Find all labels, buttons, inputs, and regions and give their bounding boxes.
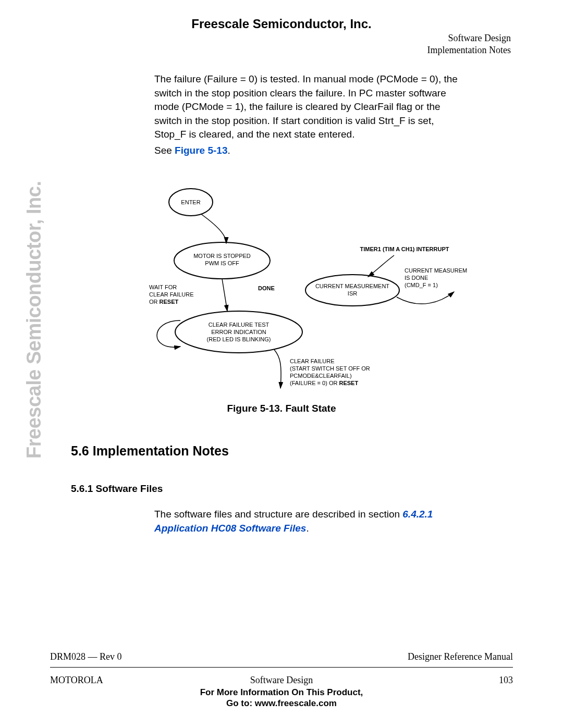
footer-manual: Designer Reference Manual: [408, 651, 513, 662]
diagram-cf-line3: PCMODE&CLEARFAIL): [290, 373, 352, 379]
footer-line2: Software Design MOTOROLA 103: [50, 675, 513, 686]
footer-more-line1: For More Information On This Product,: [0, 687, 563, 698]
diagram-cm-line1: CURRENT MEASUREMENT: [405, 267, 467, 274]
diagram-cm-line3: (CMD_F = 1): [405, 282, 438, 288]
diagram-done: DONE: [258, 285, 275, 291]
diagram-cm-line2: IS DONE: [405, 275, 428, 281]
footer-center: Software Design: [50, 675, 513, 686]
diagram-state1-line1: MOTOR IS STOPPED: [193, 253, 251, 259]
subheading-5-6-1: 5.6.1 Software Files: [71, 483, 163, 495]
body-paragraph-2: The software files and structure are des…: [154, 508, 472, 535]
page-header-company: Freescale Semiconductor, Inc.: [0, 17, 563, 31]
header-line2: Implementation Notes: [427, 44, 511, 56]
see-figure-text: See: [154, 145, 175, 156]
diagram-cf-line4: (FAILURE = 0) OR RESET: [290, 380, 358, 386]
diagram-wait-line3: OR RESET: [149, 299, 179, 305]
diagram-isr-line2: ISR: [348, 290, 357, 297]
diagram-isr-line1: CURRENT MEASUREMENT: [315, 283, 389, 289]
diagram-cf-line2: (START SWITCH SET OFF OR: [290, 365, 370, 372]
footer-rule: [50, 667, 513, 668]
figure-caption: Figure 5-13. Fault State: [0, 403, 563, 414]
diagram-enter: ENTER: [181, 199, 200, 205]
diagram-wait-line1: WAIT FOR: [149, 284, 177, 290]
footer-more: For More Information On This Product, Go…: [0, 687, 563, 709]
footer-more-line2: Go to: www.freescale.com: [0, 698, 563, 709]
fault-state-diagram: ENTER MOTOR IS STOPPED PWM IS OFF WAIT F…: [144, 180, 467, 404]
diagram-timer: TIMER1 (TIM A CH1) INTERRUPT: [360, 246, 449, 252]
para2-pre: The software files and structure are des…: [154, 509, 402, 520]
watermark: Freescale Semiconductor, Inc.: [23, 181, 45, 459]
footer-rev-row: DRM028 — Rev 0 Designer Reference Manual: [50, 651, 513, 662]
header-line1: Software Design: [427, 32, 511, 44]
footer-rev: DRM028 — Rev 0: [50, 651, 122, 662]
see-figure-line: See Figure 5-13.: [154, 145, 230, 156]
diagram-wait-line2: CLEAR FAILURE: [149, 291, 194, 298]
diagram-state2-line2: ERROR INDICATION: [211, 329, 266, 335]
diagram-state2-line3: (RED LED IS BLINKING): [207, 336, 271, 342]
page: Freescale Semiconductor, Inc. Software D…: [0, 0, 563, 728]
diagram-cf-line1: CLEAR FAILURE: [290, 358, 335, 364]
see-figure-period: .: [227, 145, 230, 156]
see-figure-link[interactable]: Figure 5-13: [175, 145, 227, 156]
page-header-section: Software Design Implementation Notes: [427, 32, 511, 57]
para2-post: .: [306, 523, 309, 534]
section-heading-5-6: 5.6 Implementation Notes: [71, 443, 229, 459]
body-paragraph-1: The failure (Failure = 0) is tested. In …: [154, 72, 462, 142]
diagram-state2-line1: CLEAR FAILURE TEST: [209, 322, 270, 328]
diagram-state1-line2: PWM IS OFF: [205, 260, 239, 266]
